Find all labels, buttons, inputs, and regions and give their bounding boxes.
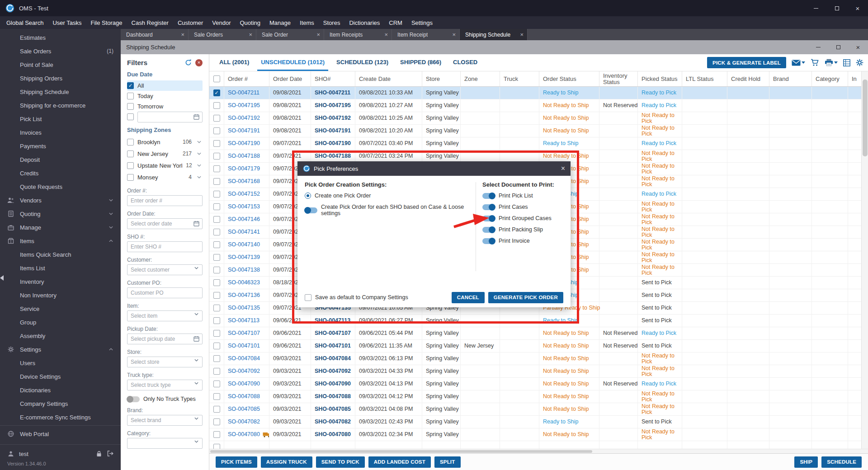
sidebar-item-assembly[interactable]: Assembly [0, 329, 121, 343]
sidebar-item-payments[interactable]: Payments [0, 139, 121, 153]
inner-minimize-button[interactable] [808, 40, 828, 54]
row-checkbox[interactable] [213, 102, 220, 109]
sidebar-item-manage[interactable]: Manage [0, 221, 121, 234]
table-row[interactable]: SO-004708509/03/2021SHO-004708509/03/202… [209, 403, 868, 416]
sho-link[interactable]: SHO-0047090 [315, 381, 351, 387]
row-checkbox[interactable] [213, 254, 220, 261]
order-link[interactable]: SO-0047135 [228, 305, 260, 311]
row-checkbox[interactable] [213, 355, 220, 362]
scrollbar-thumb[interactable] [210, 450, 592, 453]
column-header-category[interactable]: Category [812, 71, 848, 86]
column-header-sho[interactable]: SHO# [311, 71, 355, 86]
email-button[interactable] [792, 60, 805, 66]
column-header-zone[interactable]: Zone [461, 71, 500, 86]
table-row[interactable]: ✓SO-004721109/08/2021SHO-004721109/08/20… [209, 87, 868, 99]
row-checkbox[interactable] [213, 127, 220, 134]
radio-button[interactable] [305, 193, 311, 199]
sidebar-item-sale-orders[interactable]: Sale Orders(1) [0, 44, 121, 58]
sho-link[interactable]: SHO-0047088 [315, 394, 351, 400]
horizontal-scrollbar[interactable] [209, 449, 868, 453]
sidebar-item-dictionaries[interactable]: Dictionaries [0, 383, 121, 397]
tab-dashboard[interactable]: Dashboard× [121, 29, 189, 40]
menu-item-settings[interactable]: Settings [407, 16, 437, 29]
table-row[interactable]: SO-004709209/03/2021SHO-004709209/03/202… [209, 365, 868, 378]
refresh-filters-icon[interactable] [185, 59, 192, 66]
save-default-option[interactable]: Save as default to Company Settings [305, 294, 448, 301]
table-row[interactable]: SO-004719209/08/2021SHO-004719209/08/202… [209, 112, 868, 125]
menu-item-user-tasks[interactable]: User Tasks [48, 16, 86, 29]
sho-link[interactable]: SHO-0047113 [315, 318, 350, 324]
sidebar-item-company-settings[interactable]: Company Settings [0, 397, 121, 410]
tab-close-icon[interactable]: × [178, 31, 184, 38]
tab-close-icon[interactable]: × [314, 31, 320, 38]
menu-item-cash-register[interactable]: Cash Register [127, 16, 173, 29]
menu-item-manage[interactable]: Manage [265, 16, 295, 29]
sidebar-item-estimates[interactable]: Estimates [0, 31, 121, 44]
sidebar-item-deposit[interactable]: Deposit [0, 153, 121, 166]
filter-input-truck-type[interactable] [127, 380, 203, 390]
sidebar-item-group[interactable]: Group [0, 315, 121, 329]
sidebar-item-invoices[interactable]: Invoices [0, 126, 121, 139]
print-option-print-pick-list[interactable]: Print Pick List [482, 193, 563, 199]
clear-filters-icon[interactable]: × [195, 59, 203, 66]
toggle-switch[interactable] [305, 207, 317, 213]
view-tab-shipped-866[interactable]: SHIPPED (866) [396, 54, 445, 71]
filter-input-store[interactable] [127, 357, 203, 367]
order-link[interactable]: SO-0047092 [228, 368, 260, 374]
row-checkbox[interactable] [213, 216, 220, 223]
order-link[interactable]: SO-0047188 [228, 153, 260, 159]
sho-link[interactable]: SHO-0047192 [315, 115, 351, 121]
checkbox[interactable] [127, 139, 134, 146]
user-row[interactable]: test [0, 447, 121, 460]
order-link[interactable]: SO-0047101 [228, 343, 260, 349]
table-row[interactable]: SO-004719509/08/2021SHO-004719509/08/202… [209, 99, 868, 112]
sidebar-item-users[interactable]: Users [0, 356, 121, 370]
filter-input-item[interactable] [127, 310, 203, 321]
tab-close-icon[interactable]: × [517, 31, 524, 38]
sidebar-item-inventory[interactable]: Inventory [0, 275, 121, 288]
scrollbar-thumb[interactable] [863, 80, 868, 156]
sidebar-item-credits[interactable]: Credits [0, 166, 121, 180]
maximize-button[interactable] [826, 0, 847, 16]
sidebar-item-web-portal[interactable]: Web Portal [0, 427, 121, 441]
menu-item-file-storage[interactable]: File Storage [86, 16, 127, 29]
order-link[interactable]: SO-0047192 [228, 115, 260, 121]
print-option-print-invoice[interactable]: Print Invoice [482, 238, 563, 244]
table-row[interactable]: SO-004711309/06/2021SHO-004711309/06/202… [209, 315, 868, 327]
sidebar-item-vendors[interactable]: Vendors [0, 193, 121, 207]
column-header-create-date[interactable]: Create Date [355, 71, 422, 86]
menu-item-customer[interactable]: Customer [173, 16, 208, 29]
sidebar-item-shipping-schedule[interactable]: Shipping Schedule [0, 85, 121, 99]
sidebar-item-items-quick-search[interactable]: Items Quick Search [0, 248, 121, 261]
filter-due-tomorrow[interactable]: Tomorrow [127, 101, 203, 112]
table-row[interactable]: SO-004710109/06/2021SHO-004710109/06/202… [209, 340, 868, 352]
inner-restore-button[interactable] [828, 40, 848, 54]
toggle-print-packing-slip[interactable] [482, 227, 495, 233]
filter-zone-brooklyn[interactable]: Brooklyn106 [127, 136, 203, 148]
row-checkbox[interactable] [213, 418, 220, 425]
view-tab-all-2001[interactable]: ALL (2001) [216, 54, 253, 71]
table-row[interactable]: SO-004708209/03/2021SHO-004708209/03/202… [209, 416, 868, 428]
tab-close-icon[interactable]: × [246, 31, 252, 38]
filter-input-pickup-date[interactable] [127, 334, 203, 344]
sho-link[interactable]: SHO-0047188 [315, 153, 351, 159]
row-checkbox[interactable] [213, 431, 220, 438]
tab-item-receipts[interactable]: Item Receipts× [324, 29, 392, 40]
row-checkbox[interactable] [213, 165, 220, 172]
footer-button-send-to-pick[interactable]: SEND TO PICK [316, 456, 365, 468]
checkbox[interactable] [127, 162, 134, 169]
dialog-close-icon[interactable]: × [561, 164, 565, 173]
view-tab-unscheduled-1012[interactable]: UNSCHEDULED (1012) [257, 54, 328, 71]
column-header-credit-hold[interactable]: Credit Hold [727, 71, 769, 86]
checkbox[interactable] [127, 103, 134, 110]
print-option-print-grouped-cases[interactable]: Print Grouped Cases [482, 215, 563, 221]
row-checkbox[interactable] [213, 393, 220, 400]
sidebar-item-device-settings[interactable]: Device Settings [0, 370, 121, 383]
filter-due-today[interactable]: Today [127, 91, 203, 101]
create-pick-order-per-sho-option[interactable]: Create Pick Order for each SHO based on … [305, 204, 470, 216]
order-link[interactable]: SO-0047195 [228, 103, 260, 108]
tab-shipping-schedule[interactable]: Shipping Schedule× [460, 29, 528, 40]
sidebar-item-non-inventory[interactable]: Non Inventory [0, 288, 121, 302]
toggle-print-grouped-cases[interactable] [482, 216, 495, 221]
filter-input-order-date[interactable] [127, 218, 203, 229]
